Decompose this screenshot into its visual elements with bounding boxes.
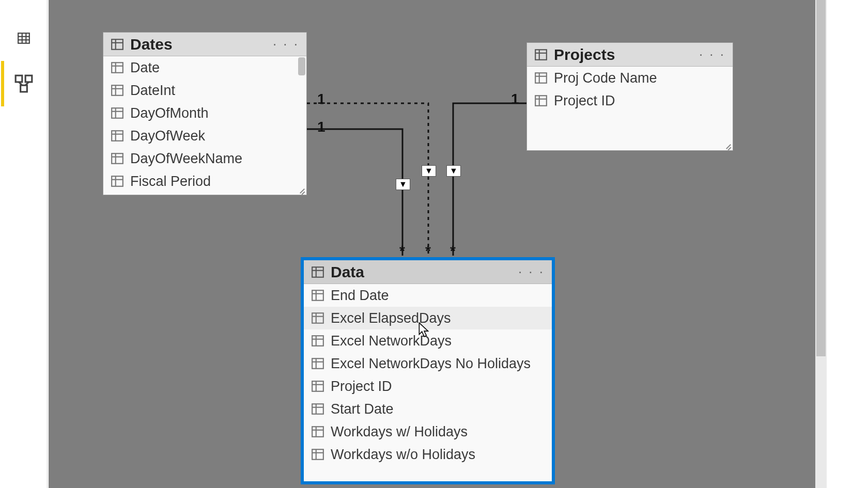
field-row[interactable]: Project ID: [527, 89, 733, 112]
column-icon: [311, 448, 324, 461]
table-more-menu[interactable]: · · ·: [273, 36, 299, 52]
table-more-menu[interactable]: · · ·: [699, 46, 725, 62]
resize-handle[interactable]: [724, 142, 733, 150]
view-rail: [0, 0, 48, 488]
column-icon: [111, 175, 124, 188]
rail-data-view[interactable]: [1, 15, 47, 61]
table-card-projects[interactable]: Projects · · · Proj Code Name Project ID: [526, 42, 733, 151]
table-icon: [311, 265, 324, 279]
svg-rect-10: [112, 39, 123, 50]
model-icon: [14, 74, 34, 93]
field-label: Fiscal Period: [130, 174, 211, 190]
cardinality-label: 1: [317, 91, 326, 107]
column-icon: [534, 94, 548, 107]
column-icon: [311, 357, 324, 370]
field-row[interactable]: DayOfMonth: [103, 102, 306, 124]
right-panel-edge: [827, 0, 868, 488]
filter-direction-icon: ▼: [396, 179, 410, 190]
svg-rect-25: [112, 153, 123, 164]
rail-report-view[interactable]: [1, 0, 47, 15]
field-label: DayOfWeekName: [130, 151, 242, 167]
column-icon: [311, 334, 324, 348]
column-icon: [311, 289, 324, 302]
field-row[interactable]: DayOfWeekName: [103, 147, 306, 170]
table-title: Data: [331, 263, 512, 281]
column-icon: [111, 106, 124, 120]
field-row[interactable]: Workdays w/o Holidays: [304, 443, 552, 466]
field-label: DayOfWeek: [130, 128, 205, 144]
column-icon: [311, 380, 324, 393]
table-title: Dates: [130, 36, 267, 53]
table-title: Projects: [554, 46, 693, 64]
field-label: Excel NetworkDays: [331, 333, 452, 349]
filter-direction-icon: ▼: [446, 165, 461, 177]
column-icon: [111, 84, 124, 97]
svg-rect-61: [312, 427, 323, 437]
field-label: Workdays w/ Holidays: [331, 424, 468, 440]
field-label: Excel NetworkDays No Holidays: [331, 356, 531, 372]
table-card-dates[interactable]: Dates · · · Date DateInt DayOfMonth DayO…: [103, 32, 307, 195]
field-row[interactable]: Excel ElapsedDays: [304, 307, 552, 329]
field-row[interactable]: DateInt: [103, 79, 306, 102]
field-row[interactable]: Project ID: [304, 375, 552, 398]
svg-rect-52: [312, 358, 323, 369]
scrollbar-thumb[interactable]: [816, 0, 826, 356]
table-icon: [17, 32, 30, 45]
rail-model-view[interactable]: [1, 61, 47, 106]
field-row[interactable]: Excel NetworkDays No Holidays: [304, 352, 552, 375]
svg-rect-40: [312, 267, 323, 277]
svg-rect-31: [535, 50, 547, 60]
card-header[interactable]: Dates · · ·: [103, 33, 306, 56]
svg-rect-22: [112, 131, 123, 141]
scrollbar-thumb[interactable]: [298, 57, 305, 75]
svg-rect-37: [535, 96, 547, 106]
column-icon: [111, 61, 124, 74]
column-icon: [111, 129, 124, 143]
field-label: Date: [130, 60, 160, 76]
svg-rect-0: [18, 33, 29, 43]
card-header[interactable]: Projects · · ·: [527, 43, 733, 67]
svg-rect-46: [312, 313, 323, 323]
svg-rect-28: [112, 176, 123, 186]
field-list: End Date Excel ElapsedDays Excel Network…: [304, 284, 552, 480]
field-label: Project ID: [331, 379, 392, 395]
field-label: Excel ElapsedDays: [331, 310, 451, 326]
field-row[interactable]: Date: [103, 56, 306, 79]
table-more-menu[interactable]: · · ·: [518, 264, 545, 280]
svg-rect-58: [312, 404, 323, 414]
card-header[interactable]: Data · · ·: [304, 260, 552, 284]
model-canvas[interactable]: 1 1 1 * * * ▼ ▼ ▼ Dates · · · Date DateI…: [49, 0, 818, 488]
field-row[interactable]: Excel NetworkDays: [304, 329, 552, 352]
resize-handle[interactable]: [298, 186, 306, 195]
svg-rect-55: [312, 381, 323, 391]
field-label: DateInt: [130, 83, 175, 99]
table-icon: [111, 38, 124, 51]
filter-direction-icon: ▼: [422, 165, 436, 177]
field-label: End Date: [331, 288, 389, 304]
canvas-scrollbar[interactable]: [815, 0, 827, 488]
svg-rect-16: [112, 85, 123, 96]
svg-rect-13: [112, 62, 123, 73]
svg-rect-5: [16, 75, 22, 82]
field-label: Workdays w/o Holidays: [331, 447, 475, 463]
svg-rect-34: [535, 73, 547, 83]
field-label: DayOfMonth: [130, 105, 209, 121]
column-icon: [111, 152, 124, 165]
table-card-data[interactable]: Data · · · End Date Excel ElapsedDays Ex…: [301, 257, 555, 484]
column-icon: [311, 425, 324, 438]
field-row[interactable]: DayOfWeek: [103, 124, 306, 147]
field-label: Start Date: [331, 401, 394, 417]
field-row[interactable]: Start Date: [304, 398, 552, 420]
svg-rect-19: [112, 108, 123, 118]
table-icon: [534, 48, 548, 61]
field-list: Date DateInt DayOfMonth DayOfWeek DayOfW…: [103, 56, 306, 195]
svg-rect-49: [312, 336, 323, 346]
svg-rect-6: [25, 75, 32, 82]
field-row[interactable]: Proj Code Name: [527, 67, 733, 89]
field-row[interactable]: End Date: [304, 284, 552, 307]
field-list: Proj Code Name Project ID: [527, 67, 733, 149]
field-row[interactable]: Fiscal Period: [103, 170, 306, 193]
field-row[interactable]: Workdays w/ Holidays: [304, 420, 552, 443]
svg-rect-43: [312, 290, 323, 301]
cardinality-label: 1: [511, 91, 519, 107]
